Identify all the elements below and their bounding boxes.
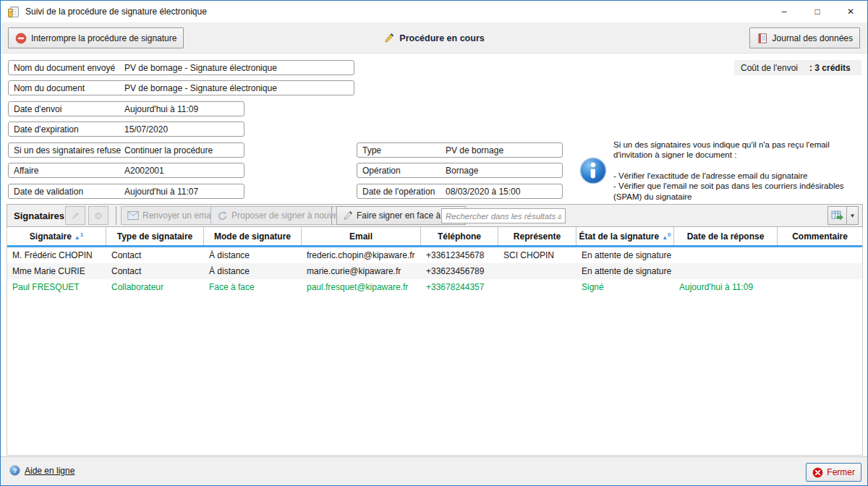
- table-row[interactable]: Paul FRESQUET Collaborateur Face à face …: [7, 279, 862, 295]
- column-header-email[interactable]: Email: [302, 227, 421, 245]
- field-send-date-value: Aujourd'hui à 11:09: [124, 104, 244, 114]
- cell-reponse: Aujourd'hui à 11:09: [674, 282, 778, 292]
- repropose-signature-button[interactable]: Proposer de signer à nouveau: [210, 206, 354, 225]
- interrupt-procedure-label: Interrompre la procédure de signature: [31, 33, 176, 43]
- resend-email-button[interactable]: Renvoyer un email: [121, 206, 221, 225]
- interrupt-procedure-button[interactable]: Interrompre la procédure de signature: [8, 27, 184, 48]
- cell-type: Collaborateur: [106, 282, 204, 292]
- cell-type: Contact: [106, 250, 204, 260]
- stop-icon: [15, 33, 27, 44]
- refresh-icon: [217, 210, 228, 221]
- export-split-button: ▼: [827, 206, 859, 225]
- field-send-date-label: Date d'envoi: [9, 104, 124, 114]
- export-options-caret[interactable]: ▼: [847, 207, 858, 224]
- field-type-label: Type: [357, 145, 446, 155]
- spam-info-text: Si un des signataires vous indique qu'il…: [613, 140, 863, 202]
- spam-info-bullet1: - Vérifier l'exactitude de l'adresse ema…: [613, 171, 863, 182]
- sending-cost-value: : 3 crédits: [809, 63, 851, 73]
- cell-email: marie.curie@kipaware.fr: [302, 266, 421, 276]
- field-document-name-label: Nom du document: [9, 83, 124, 93]
- cell-etat: Signé: [576, 282, 674, 292]
- info-icon: [579, 157, 607, 184]
- field-validation-date-label: Date de validation: [9, 187, 124, 197]
- cell-etat: En attente de signature: [576, 250, 674, 260]
- field-document-name: Nom du document PV de bornage - Signatur…: [8, 80, 354, 95]
- field-validation-date: Date de validation Aujourd'hui à 11:07: [8, 184, 244, 199]
- close-window-button[interactable]: ✕: [834, 1, 867, 22]
- minimize-button[interactable]: –: [767, 1, 801, 22]
- journal-icon: [757, 33, 768, 44]
- field-operation: Opération Bornage: [357, 163, 563, 178]
- search-input[interactable]: [441, 208, 566, 223]
- title-bar: Suivi de la procédure de signature élect…: [1, 1, 867, 22]
- cell-telephone: +33623456789: [421, 266, 498, 276]
- pencil-icon: [383, 33, 394, 43]
- toolbar-separator: [116, 206, 116, 225]
- field-refuse-policy-label: Si un des signataires refuse: [9, 145, 124, 155]
- online-help-link[interactable]: ? Aide en ligne: [9, 465, 75, 476]
- toolbar-separator: [331, 206, 332, 225]
- table-row[interactable]: M. Frédéric CHOPIN Contact À distance fr…: [7, 247, 862, 263]
- signers-toolbar: Signataires Renvoyer un email: [7, 204, 863, 227]
- signers-table: Signataire ▲1 Type de signataire Mode de…: [7, 227, 863, 456]
- resend-email-label: Renvoyer un email: [142, 210, 215, 221]
- field-document-sent: Nom du document envoyé PV de bornage - S…: [8, 60, 354, 75]
- edit-signer-button[interactable]: [65, 206, 85, 225]
- cell-type: Contact: [106, 266, 204, 276]
- cell-mode: À distance: [204, 266, 302, 276]
- stop-icon-disabled: [95, 210, 102, 221]
- close-dialog-button[interactable]: Fermer: [806, 463, 861, 482]
- top-toolbar: Interrompre la procédure de signature Pr…: [1, 22, 867, 54]
- remove-signer-button[interactable]: [88, 206, 109, 225]
- procedure-status-label: Procédure en cours: [399, 33, 484, 43]
- column-header-signataire[interactable]: Signataire ▲1: [7, 227, 106, 245]
- cell-mode: À distance: [204, 250, 302, 260]
- column-header-date-reponse[interactable]: Date de la réponse: [674, 227, 778, 245]
- footer-bar: ? Aide en ligne Fermer: [1, 456, 867, 486]
- close-dialog-label: Fermer: [827, 467, 855, 477]
- field-operation-date: Date de l'opération 08/03/2020 à 15:00: [357, 184, 563, 199]
- field-affaire: Affaire A2002001: [8, 163, 244, 178]
- mail-icon: [127, 210, 139, 221]
- dialog-window: Suivi de la procédure de signature élect…: [0, 0, 868, 486]
- field-operation-date-value: 08/03/2020 à 15:00: [446, 187, 562, 197]
- column-header-type[interactable]: Type de signataire: [106, 227, 204, 245]
- app-icon: [7, 6, 20, 18]
- cell-signataire: Paul FRESQUET: [7, 282, 106, 292]
- column-header-represente[interactable]: Représente: [498, 227, 576, 245]
- data-journal-label: Journal des données: [773, 33, 853, 43]
- window-controls: – □ ✕: [767, 1, 867, 22]
- export-table-icon: [831, 210, 843, 222]
- column-header-etat[interactable]: État de la signature ▲0: [576, 227, 674, 245]
- signers-title: Signataires: [14, 210, 64, 221]
- spam-info-line1: Si un des signataires vous indique qu'il…: [613, 140, 863, 161]
- column-header-mode[interactable]: Mode de signature: [204, 227, 302, 245]
- data-journal-button[interactable]: Journal des données: [749, 27, 860, 48]
- pencil-icon: [72, 210, 79, 221]
- field-type: Type PV de bornage: [357, 142, 563, 158]
- column-header-commentaire[interactable]: Commentaire: [778, 227, 862, 245]
- column-header-telephone[interactable]: Téléphone: [421, 227, 498, 245]
- cell-telephone: +33612345678: [421, 250, 498, 260]
- field-expiration-date-value: 15/07/2020: [124, 124, 244, 135]
- table-row[interactable]: Mme Marie CURIE Contact À distance marie…: [7, 263, 862, 279]
- field-affaire-label: Affaire: [9, 166, 124, 176]
- cell-telephone: +33678244357: [421, 282, 498, 292]
- repropose-signature-label: Proposer de signer à nouveau: [231, 210, 348, 221]
- cell-email: frederic.chopin@kipaware.fr: [302, 250, 421, 260]
- sending-cost-label: Coût de l'envoi: [734, 63, 809, 73]
- cell-etat: En attente de signature: [576, 266, 674, 276]
- sort-asc-icon: ▲1: [75, 231, 83, 241]
- close-red-icon: [812, 467, 823, 478]
- field-operation-date-label: Date de l'opération: [357, 187, 446, 197]
- table-header-row: Signataire ▲1 Type de signataire Mode de…: [7, 227, 862, 245]
- cell-mode: Face à face: [204, 282, 302, 292]
- field-expiration-date: Date d'expiration 15/07/2020: [8, 122, 244, 137]
- maximize-button[interactable]: □: [801, 1, 834, 22]
- field-document-name-value: PV de bornage - Signature électronique: [124, 83, 354, 93]
- export-button[interactable]: [828, 207, 847, 224]
- field-send-date: Date d'envoi Aujourd'hui à 11:09: [8, 101, 244, 116]
- help-icon: ?: [9, 465, 20, 476]
- cell-signataire: M. Frédéric CHOPIN: [7, 250, 106, 260]
- online-help-label: Aide en ligne: [25, 466, 75, 476]
